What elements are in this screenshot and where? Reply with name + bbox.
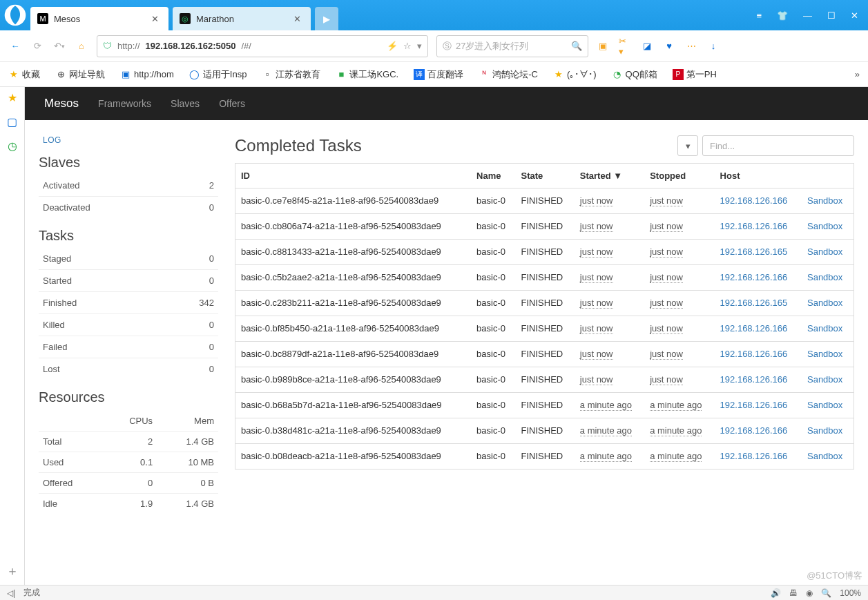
res-key: Offered bbox=[39, 473, 103, 494]
left-rail: ★ ▢ ◷ ＋ bbox=[0, 87, 25, 585]
clothes-icon[interactable]: 👕 bbox=[777, 10, 788, 21]
tab-marathon[interactable]: ◎ Marathon ✕ bbox=[173, 7, 311, 30]
task-sandbox[interactable]: Sandbox bbox=[802, 418, 854, 444]
maximize-icon[interactable]: ☐ bbox=[827, 10, 836, 21]
bookmarks-overflow-icon[interactable]: » bbox=[855, 69, 860, 79]
task-sandbox[interactable]: Sandbox bbox=[802, 342, 854, 367]
nav-slaves[interactable]: Slaves bbox=[171, 98, 200, 109]
task-host[interactable]: 192.168.126.166 bbox=[715, 214, 802, 240]
mesos-brand[interactable]: Mesos bbox=[44, 97, 79, 110]
rail-clock-icon[interactable]: ◷ bbox=[8, 139, 17, 153]
task-sandbox[interactable]: Sandbox bbox=[802, 240, 854, 265]
back-button[interactable]: ← bbox=[8, 39, 22, 53]
undo-button[interactable]: ↶ ▾ bbox=[52, 39, 66, 53]
printer-icon[interactable]: 🖶 bbox=[789, 588, 798, 598]
rail-add-button[interactable]: ＋ bbox=[6, 563, 19, 579]
task-sandbox[interactable]: Sandbox bbox=[802, 265, 854, 291]
task-name: basic-0 bbox=[471, 265, 515, 291]
download-icon[interactable]: ↓ bbox=[707, 40, 720, 52]
extension2-icon[interactable]: ◪ bbox=[641, 40, 653, 52]
zoom-level: 100% bbox=[840, 588, 861, 598]
shield2-icon[interactable]: ♥ bbox=[663, 40, 675, 52]
task-col-1[interactable]: Name bbox=[471, 164, 515, 188]
task-host[interactable]: 192.168.126.166 bbox=[715, 367, 802, 393]
task-sandbox[interactable]: Sandbox bbox=[802, 367, 854, 393]
task-row: basic-0.b38d481c-a21a-11e8-af96-52540083… bbox=[235, 418, 854, 444]
task-host[interactable]: 192.168.126.165 bbox=[715, 240, 802, 265]
task-sandbox[interactable]: Sandbox bbox=[802, 444, 854, 470]
search-input[interactable]: Ⓢ 27岁进入剩女行列 🔍 bbox=[436, 35, 588, 57]
rail-square-icon[interactable]: ▢ bbox=[7, 115, 17, 128]
task-host[interactable]: 192.168.126.165 bbox=[715, 291, 802, 316]
task-state: FINISHED bbox=[516, 214, 575, 240]
task-host[interactable]: 192.168.126.166 bbox=[715, 393, 802, 418]
task-sandbox[interactable]: Sandbox bbox=[802, 214, 854, 240]
extension1-icon[interactable]: ▣ bbox=[597, 40, 609, 52]
status-bar: ◁| 完成 🔊 🖶 ◉ 🔍 100% bbox=[0, 585, 868, 600]
kv-key: Killed bbox=[43, 320, 65, 330]
task-name: basic-0 bbox=[471, 367, 515, 393]
url-input[interactable]: 🛡 http://192.168.126.162:5050/#/ ⚡ ☆ ▾ bbox=[97, 35, 428, 57]
tab-close-icon[interactable]: ✕ bbox=[151, 14, 159, 24]
refresh-button[interactable]: ⟳ bbox=[30, 39, 44, 53]
task-host[interactable]: 192.168.126.166 bbox=[715, 265, 802, 291]
status-toggle-icon[interactable]: ◁| bbox=[7, 588, 15, 598]
tab-mesos[interactable]: M Mesos ✕ bbox=[30, 7, 168, 30]
task-host[interactable]: 192.168.126.166 bbox=[715, 444, 802, 470]
task-col-4[interactable]: Stopped bbox=[644, 164, 714, 188]
lightning-icon[interactable]: ⚡ bbox=[387, 41, 398, 51]
bm-jiangsu[interactable]: ▫江苏省教育 bbox=[262, 68, 320, 81]
task-sandbox[interactable]: Sandbox bbox=[802, 291, 854, 316]
zoom-icon[interactable]: 🔍 bbox=[821, 588, 831, 598]
task-host[interactable]: 192.168.126.166 bbox=[715, 316, 802, 342]
bm-face[interactable]: ★(｡･∀･) bbox=[553, 69, 597, 80]
new-tab-button[interactable]: ▸ bbox=[315, 7, 338, 30]
minimize-icon[interactable]: — bbox=[803, 10, 812, 21]
star-icon[interactable]: ☆ bbox=[403, 41, 412, 51]
rail-star-icon[interactable]: ★ bbox=[8, 91, 17, 104]
dots-icon[interactable]: ⋯ bbox=[685, 40, 697, 52]
task-col-5[interactable]: Host bbox=[715, 164, 802, 188]
tab-close-icon[interactable]: ✕ bbox=[293, 14, 301, 24]
task-col-0[interactable]: ID bbox=[235, 164, 472, 188]
log-link[interactable]: LOG bbox=[39, 135, 218, 145]
task-col-6[interactable] bbox=[802, 164, 854, 188]
task-id: basic-0.b38d481c-a21a-11e8-af96-52540083… bbox=[235, 418, 472, 444]
res-key: Idle bbox=[39, 494, 103, 514]
bm-honghu[interactable]: ᴺ鸿鹄论坛-C bbox=[479, 68, 538, 81]
bookmarks-menu[interactable]: ★收藏 bbox=[8, 68, 40, 81]
task-sandbox[interactable]: Sandbox bbox=[802, 316, 854, 342]
nav-frameworks[interactable]: Frameworks bbox=[98, 98, 151, 109]
task-col-2[interactable]: State bbox=[516, 164, 575, 188]
task-host[interactable]: 192.168.126.166 bbox=[715, 188, 802, 214]
task-col-3[interactable]: Started ▼ bbox=[575, 164, 644, 188]
bm-qqmail[interactable]: ◔QQ邮箱 bbox=[612, 68, 657, 81]
task-id: basic-0.cb806a74-a21a-11e8-af96-52540083… bbox=[235, 214, 472, 240]
task-host[interactable]: 192.168.126.166 bbox=[715, 418, 802, 444]
find-input[interactable]: Find... bbox=[702, 135, 854, 156]
task-state: FINISHED bbox=[516, 418, 575, 444]
bm-baidu-translate[interactable]: 译百度翻译 bbox=[414, 68, 463, 81]
menu-icon[interactable]: ≡ bbox=[756, 10, 762, 21]
res-cpu: 0 bbox=[103, 473, 157, 494]
bm-home[interactable]: ▣http://hom bbox=[120, 69, 174, 80]
bm-nav[interactable]: ⊕网址导航 bbox=[55, 68, 105, 81]
scissors-icon[interactable]: ✂ ▾ bbox=[619, 40, 631, 52]
badge-icon[interactable]: ◉ bbox=[806, 588, 813, 598]
task-stopped: just now bbox=[644, 214, 714, 240]
filter-button[interactable]: ▾ bbox=[677, 135, 698, 156]
nav-offers[interactable]: Offers bbox=[219, 98, 245, 109]
bm-insp[interactable]: ◯适用于Insp bbox=[189, 68, 247, 81]
bm-firstph[interactable]: P第一PH bbox=[673, 68, 717, 81]
task-id: basic-0.bc8879df-a21a-11e8-af96-52540083… bbox=[235, 342, 472, 367]
task-sandbox[interactable]: Sandbox bbox=[802, 188, 854, 214]
volume-icon[interactable]: 🔊 bbox=[771, 588, 781, 598]
res-head-cpu: CPUs bbox=[103, 411, 157, 432]
search-icon[interactable]: 🔍 bbox=[571, 41, 582, 51]
close-window-icon[interactable]: ✕ bbox=[851, 10, 858, 21]
task-sandbox[interactable]: Sandbox bbox=[802, 393, 854, 418]
bm-kgc[interactable]: ■课工场KGC. bbox=[336, 68, 398, 81]
home-button[interactable]: ⌂ bbox=[75, 39, 88, 53]
dropdown-icon[interactable]: ▾ bbox=[417, 41, 422, 51]
task-host[interactable]: 192.168.126.166 bbox=[715, 342, 802, 367]
